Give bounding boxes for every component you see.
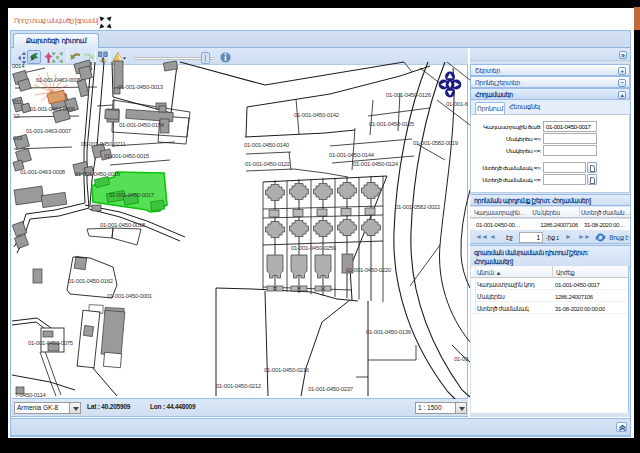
svg-text:01-001-0463-0007: 01-001-0463-0007	[26, 128, 72, 134]
svg-text:01-001-0450-0122: 01-001-0450-0122	[245, 161, 291, 167]
svg-text:01-001-0450-0212: 01-001-0450-0212	[216, 383, 262, 389]
svg-text:01-001-0450-0237: 01-001-0450-0237	[308, 386, 354, 392]
svg-text:01-001-0450-0124: 01-001-0450-0124	[353, 161, 399, 167]
svg-text:01-001-0450-0162: 01-001-0450-0162	[68, 278, 114, 284]
svg-text:01-001-0450-0017: 01-001-0450-0017	[109, 192, 155, 198]
svg-text:01-001-0450-0144: 01-001-0450-0144	[329, 152, 375, 158]
svg-text:01-001-0450-0220: 01-001-0450-0220	[346, 267, 392, 273]
svg-text:01-001-0450-0154: 01-001-0450-0154	[119, 122, 165, 128]
svg-text:01-001-0450-0013: 01-001-0450-0013	[118, 84, 164, 90]
svg-text:01-001-6: 01-001-6	[446, 101, 469, 107]
svg-text:01-001-0450-0259: 01-001-0450-0259	[291, 245, 337, 251]
svg-text:01-001-0450-0015: 01-001-0450-0015	[104, 153, 150, 159]
svg-text:01-001-0450-0016: 01-001-0450-0016	[75, 171, 121, 177]
svg-text:011: 011	[13, 99, 23, 105]
svg-text:01-001-0450-0126: 01-001-0450-0126	[386, 92, 432, 98]
svg-text:01-001-0450-0136: 01-001-0450-0136	[366, 329, 412, 335]
svg-text:01-001-0463-0008: 01-001-0463-0008	[20, 169, 66, 175]
svg-text:01-00: 01-00	[454, 356, 469, 362]
svg-text:01-001-0582-0022: 01-001-0582-0022	[395, 204, 441, 210]
svg-text:12-: 12-	[13, 113, 21, 119]
svg-text:01-001-0450-0075: 01-001-0450-0075	[28, 340, 74, 346]
svg-text:01-001-0450-0001: 01-001-0450-0001	[107, 293, 153, 299]
svg-text:01-001-0450-0216: 01-001-0450-0216	[264, 367, 310, 373]
svg-text:01-001-0450-0125: 01-001-0450-0125	[369, 121, 415, 127]
svg-text:0014: 0014	[12, 63, 25, 69]
svg-text:01-001-0450-0142: 01-001-0450-0142	[294, 112, 340, 118]
svg-text:7-0450-0114: 7-0450-0114	[15, 392, 46, 398]
svg-text:019: 019	[13, 135, 23, 141]
svg-text:01-001-0450-0018: 01-001-0450-0018	[100, 222, 146, 228]
svg-text:01-001-0463-0005: 01-001-0463-0005	[36, 77, 82, 83]
svg-text:01-001-0450-0140: 01-001-0450-0140	[244, 142, 290, 148]
svg-text:01-001-0463-0006: 01-001-0463-0006	[30, 106, 76, 112]
svg-text:01-001-0582-0019: 01-001-0582-0019	[413, 140, 459, 146]
svg-text:01-001-0450-0211: 01-001-0450-0211	[81, 141, 126, 147]
